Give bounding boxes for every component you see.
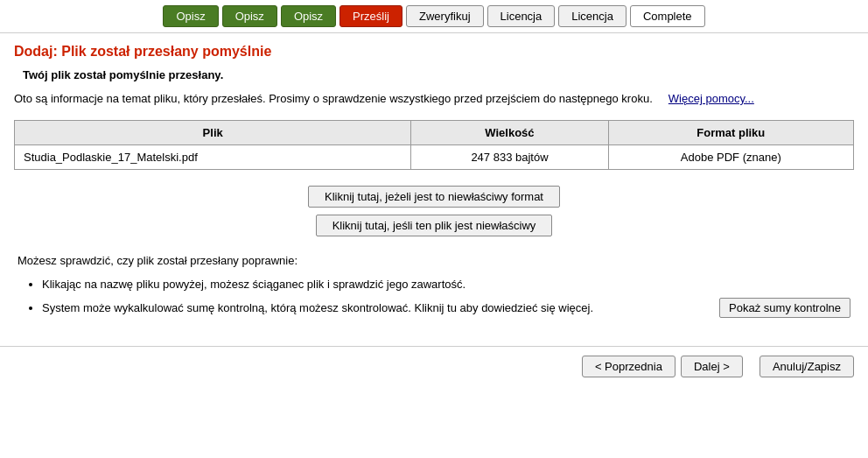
nav-btn-opisz-1[interactable]: Opisz	[163, 5, 218, 27]
help-link[interactable]: Więcej pomocy...	[668, 92, 754, 105]
prev-button[interactable]: < Poprzednia	[582, 356, 676, 377]
nav-btn-complete[interactable]: Complete	[630, 5, 705, 27]
page-title: Dodaj: Plik został przesłany pomyślnie	[14, 44, 854, 60]
check-section: Możesz sprawdzić, czy plik został przesł…	[14, 254, 854, 319]
nav-btn-licencja-1[interactable]: Licencja	[487, 5, 556, 27]
nav-btn-zweryfikuj[interactable]: Zweryfikuj	[406, 5, 484, 27]
check-bullet-1: Klikając na nazwę pliku powyżej, możesz …	[42, 274, 850, 294]
table-header-size: Wielkość	[411, 120, 608, 144]
check-bullet-2: System może wykalkulować sumę kontrolną,…	[42, 298, 850, 318]
nav-btn-licencja-2[interactable]: Licencja	[558, 5, 626, 27]
next-button[interactable]: Dalej >	[681, 356, 743, 377]
file-info-table: Plik Wielkość Format pliku Studia_Podlas…	[14, 120, 854, 170]
info-text: Oto są informacje na temat pliku, który …	[14, 90, 854, 108]
nav-btn-opisz-3[interactable]: Opisz	[281, 5, 336, 27]
table-cell-format: Adobe PDF (znane)	[608, 144, 853, 169]
table-header-format: Format pliku	[608, 120, 853, 144]
success-message: Twój plik został pomyślnie przesłany.	[23, 68, 854, 81]
info-text-content: Oto są informacje na temat pliku, który …	[14, 92, 653, 105]
check-intro: Możesz sprawdzić, czy plik został przesł…	[18, 254, 850, 267]
nav-btn-opisz-2[interactable]: Opisz	[222, 5, 277, 27]
nav-btn-przeslij[interactable]: Prześlij	[340, 5, 402, 27]
table-cell-size: 247 833 bajtów	[411, 144, 608, 169]
table-header-file: Plik	[15, 120, 411, 144]
cancel-save-button[interactable]: Anuluj/Zapisz	[760, 356, 854, 377]
table-row: Studia_Podlaskie_17_Matelski.pdf 247 833…	[15, 144, 854, 169]
main-content: Dodaj: Plik został przesłany pomyślnie T…	[0, 33, 868, 346]
action-buttons-section: Kliknij tutaj, jeżeli jest to niewłaściw…	[14, 186, 854, 236]
wrong-file-button[interactable]: Kliknij tutaj, jeśli ten plik jest niewł…	[316, 215, 553, 236]
table-cell-filename[interactable]: Studia_Podlaskie_17_Matelski.pdf	[15, 144, 411, 169]
check-bullet-2-text: System może wykalkulować sumę kontrolną,…	[42, 298, 712, 318]
top-navigation: Opisz Opisz Opisz Prześlij Zweryfikuj Li…	[0, 0, 868, 33]
bottom-navigation: < Poprzednia Dalej > Anuluj/Zapisz	[0, 346, 868, 386]
wrong-format-button[interactable]: Kliknij tutaj, jeżeli jest to niewłaściw…	[308, 186, 560, 208]
checksums-button[interactable]: Pokaż sumy kontrolne	[719, 298, 850, 318]
check-list: Klikając na nazwę pliku powyżej, możesz …	[42, 274, 850, 319]
